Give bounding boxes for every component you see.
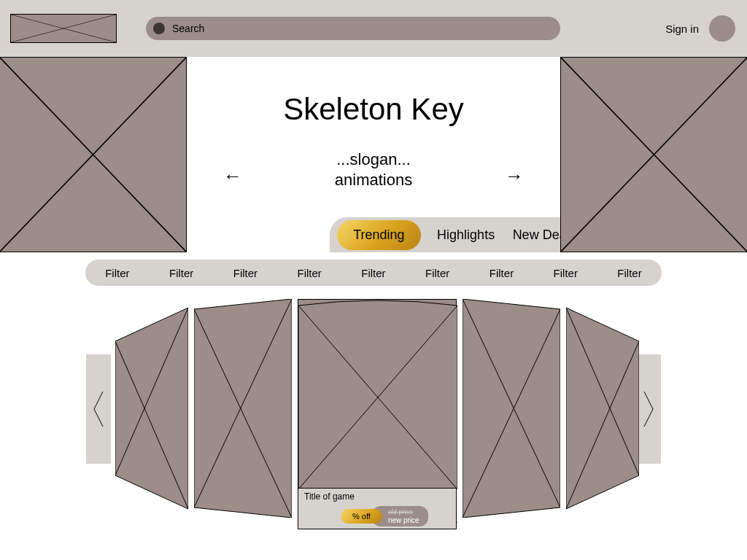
carousel-card-center[interactable]: Title of game % off old price new price — [298, 299, 457, 529]
svg-marker-9 — [194, 299, 292, 518]
svg-line-3 — [0, 58, 186, 252]
chevron-left-icon — [91, 387, 106, 431]
game-title: Title of game — [304, 491, 450, 502]
filter-bar: Filter Filter Filter Filter Filter Filte… — [85, 260, 662, 286]
avatar[interactable] — [709, 15, 735, 42]
tab-trending[interactable]: Trending — [337, 220, 420, 250]
chevron-right-icon — [641, 387, 656, 431]
svg-marker-6 — [115, 308, 188, 509]
carousel-prev-button[interactable] — [86, 354, 111, 464]
signin-link[interactable]: Sign in — [665, 23, 699, 35]
old-price: old price — [388, 508, 419, 516]
card-info-overlay: Title of game % off old price new price — [298, 488, 456, 529]
svg-line-1 — [11, 15, 116, 42]
svg-line-4 — [561, 58, 747, 252]
hero-image-left — [0, 57, 187, 252]
carousel-next-button[interactable] — [636, 354, 661, 464]
svg-marker-17 — [566, 308, 639, 509]
price-row: % off old price new price — [341, 506, 450, 526]
svg-line-0 — [11, 15, 116, 42]
new-price: new price — [388, 516, 419, 524]
svg-marker-14 — [462, 299, 560, 518]
filter-9[interactable]: Filter — [617, 267, 641, 279]
signin-container: Sign in — [665, 15, 737, 42]
carousel-card-mid-right[interactable] — [462, 299, 560, 521]
tab-highlights[interactable]: Highlights — [436, 220, 496, 250]
logo-placeholder[interactable] — [10, 14, 117, 43]
discount-badge: % off — [341, 509, 382, 524]
filter-1[interactable]: Filter — [105, 267, 129, 279]
filter-3[interactable]: Filter — [233, 267, 258, 279]
filter-2[interactable]: Filter — [169, 267, 193, 279]
filter-7[interactable]: Filter — [489, 267, 514, 279]
search-icon — [153, 23, 165, 34]
filter-5[interactable]: Filter — [361, 267, 385, 279]
search-placeholder: Search — [172, 23, 204, 34]
svg-line-2 — [0, 58, 186, 252]
game-carousel: Title of game % off old price new price — [0, 299, 747, 540]
hero-center: Skeleton Key ...slogan... animations ← →… — [187, 57, 560, 252]
filter-8[interactable]: Filter — [554, 267, 578, 279]
carousel-card-mid-left[interactable] — [194, 299, 292, 521]
carousel-card-far-right[interactable] — [566, 299, 639, 521]
hero-image-right — [560, 57, 747, 252]
page-title: Skeleton Key — [187, 92, 560, 127]
hero-next-arrow-icon[interactable]: → — [505, 165, 524, 187]
search-container: Search — [146, 17, 636, 40]
header-bar: Search Sign in — [0, 0, 747, 57]
filter-4[interactable]: Filter — [298, 267, 322, 279]
carousel-card-far-left[interactable] — [115, 299, 188, 521]
hero-section: Skeleton Key ...slogan... animations ← →… — [0, 57, 747, 252]
filter-6[interactable]: Filter — [425, 267, 449, 279]
search-input[interactable]: Search — [146, 17, 560, 40]
hero-prev-arrow-icon[interactable]: ← — [223, 165, 242, 187]
svg-line-5 — [561, 58, 747, 252]
